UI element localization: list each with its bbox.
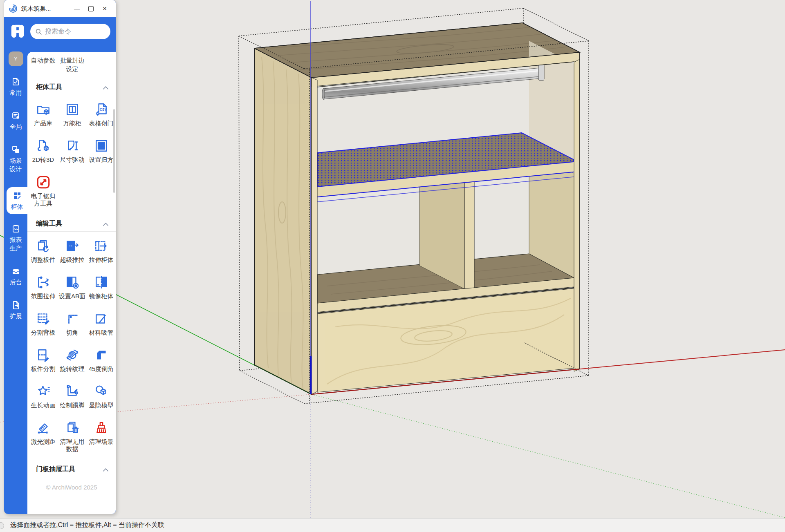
dimension-drive-icon — [65, 138, 80, 154]
search-input[interactable]: 搜索命令 — [30, 24, 110, 39]
tool-set-square[interactable]: 设置归方 — [87, 138, 116, 163]
chevron-up-icon[interactable] — [103, 220, 108, 228]
panel-header: 搜索命令 — [4, 17, 116, 46]
sidebar-item-common[interactable]: 常用 — [4, 77, 27, 97]
search-placeholder: 搜索命令 — [45, 27, 71, 36]
tool-label: 激光测距 — [29, 438, 57, 445]
draw-kick-icon — [65, 384, 80, 399]
split-backpanel-icon — [36, 311, 51, 326]
tool-show-hide-model[interactable]: 显隐模型 — [87, 384, 116, 409]
tool-label: 清理无用数据 — [58, 438, 86, 453]
tool-label: 2D转3D — [29, 156, 57, 163]
material-picker-icon — [94, 311, 109, 326]
adjust-panel-icon — [36, 238, 51, 254]
sidebar-item-extension[interactable]: 扩展 — [4, 300, 27, 320]
grow-animation-icon — [36, 384, 51, 399]
sidebar-item-label: 常用 — [10, 88, 22, 97]
tool-super-pushpull[interactable]: 超级推拉 — [58, 238, 87, 264]
tool-material-picker[interactable]: 材料吸管 — [87, 311, 116, 336]
set-ab-icon — [65, 275, 80, 290]
panel-split-icon — [36, 347, 51, 363]
left-stile-front-edge — [312, 78, 317, 394]
tool-set-ab[interactable]: 设置AB面 — [58, 275, 87, 300]
tool-label: 绘制踢脚 — [58, 402, 86, 409]
panel-titlebar[interactable]: 筑木筑巢... — ✕ — [4, 0, 116, 17]
tool-label: 超级推拉 — [58, 256, 86, 264]
chevron-up-icon[interactable] — [103, 466, 108, 473]
inbox-icon — [11, 266, 21, 278]
tool-mirror-cabinet[interactable]: 镜像柜体 — [87, 275, 116, 300]
tool-grow-animation[interactable]: 生长动画 — [29, 384, 58, 409]
tool-label: 拉伸柜体 — [87, 256, 115, 264]
tool-chamfer-45[interactable]: 45度倒角 — [87, 347, 116, 373]
sidebar-item-label: 场景设计 — [10, 156, 22, 173]
tool-label: 切角 — [58, 329, 86, 336]
sidebar-item-scene-design[interactable]: 场景设计 — [4, 145, 27, 173]
chevron-up-icon[interactable] — [103, 84, 108, 91]
section-header[interactable]: 门板抽屉工具 — [27, 461, 116, 477]
laser-measure-icon — [36, 420, 51, 436]
close-button[interactable]: ✕ — [98, 3, 112, 14]
app-logo-icon — [8, 4, 18, 13]
tool-label: 清理场景 — [87, 438, 115, 445]
csv-door-icon: CSV — [94, 102, 109, 117]
tool-product-library[interactable]: 产品库 — [29, 102, 58, 127]
tool-grid: 产品库万能柜CSV表格创门2D转3D尺寸驱动设置归方电子锯归方工具 — [27, 102, 116, 207]
tool-label: 镜像柜体 — [87, 293, 115, 300]
chamfer-45-icon — [94, 347, 109, 363]
tool-range-stretch[interactable]: 范围拉伸 — [29, 275, 58, 300]
tool-label-partial[interactable]: 自动参数 — [29, 56, 58, 73]
tool-esaw-square[interactable]: 电子锯归方工具 — [29, 174, 58, 207]
tool-label: 范围拉伸 — [29, 293, 57, 300]
tool-label: 设置归方 — [87, 156, 115, 163]
tool-two-d-three-d[interactable]: 2D转3D — [29, 138, 58, 163]
tool-clean-unused[interactable]: 清理无用数据 — [58, 420, 87, 453]
brand-logo-icon — [9, 23, 26, 40]
tool-adjust-panel[interactable]: 调整板件 — [29, 238, 58, 264]
universal-cabinet-icon — [65, 102, 80, 117]
tool-rotate-texture[interactable]: 旋转纹理 — [58, 347, 87, 373]
tool-csv-door[interactable]: CSV表格创门 — [87, 102, 116, 127]
sidebar-item-backend[interactable]: 后台 — [4, 266, 27, 286]
cabinet-divider-panel[interactable] — [464, 182, 474, 289]
tool-panel-split[interactable]: 板件分割 — [29, 347, 58, 373]
clean-unused-icon — [65, 420, 80, 436]
scrolled-tool-row: 自动参数批量封边设定 — [27, 56, 116, 73]
tool-label: 尺寸驱动 — [58, 156, 86, 163]
two-d-three-d-icon — [36, 138, 51, 154]
tool-dimension-drive[interactable]: 尺寸驱动 — [58, 138, 87, 163]
sidebar-item-cabinet[interactable]: 柜体 — [7, 187, 27, 214]
tool-stretch-cabinet[interactable]: 拉伸柜体 — [87, 238, 116, 264]
search-icon — [35, 28, 42, 35]
tool-label: 调整板件 — [29, 256, 57, 264]
section-divider — [27, 95, 116, 95]
sidebar-item-label: 后台 — [10, 278, 22, 286]
sidebar-item-global[interactable]: 全局 — [4, 111, 27, 131]
status-hint-text: 选择面推或者拉,Ctrl = 推拉板件,Alt = 当前操作不关联 — [10, 521, 164, 530]
sidebar: Y 常用全局场景设计柜体报表生产后台扩展 — [4, 46, 27, 514]
cut-corner-icon — [65, 311, 80, 326]
sidebar-item-label: 柜体 — [11, 202, 23, 211]
maximize-button[interactable] — [84, 3, 98, 14]
3d-viewport[interactable] — [0, 0, 785, 518]
clean-scene-icon — [94, 420, 109, 436]
tool-cut-corner[interactable]: 切角 — [58, 311, 87, 336]
sidebar-item-report[interactable]: 报表生产 — [4, 224, 27, 253]
section-header[interactable]: 柜体工具 — [27, 79, 116, 95]
minimize-button[interactable]: — — [70, 3, 84, 14]
panel-scrollbar[interactable] — [113, 109, 115, 193]
sidebar-item-label: 扩展 — [10, 312, 22, 320]
tool-universal-cabinet[interactable]: 万能柜 — [58, 102, 87, 127]
product-library-icon — [36, 102, 51, 117]
tool-label-partial[interactable]: 批量封边设定 — [58, 56, 87, 73]
cabinet-model[interactable] — [254, 23, 580, 394]
section-header[interactable]: 编辑工具 — [27, 215, 116, 231]
tool-label: 设置AB面 — [58, 293, 86, 300]
tool-clean-scene[interactable]: 清理场景 — [87, 420, 116, 453]
tool-label: 旋转纹理 — [58, 365, 86, 373]
tool-draw-kick[interactable]: 绘制踢脚 — [58, 384, 87, 409]
tool-split-backpanel[interactable]: 分割背板 — [29, 311, 58, 336]
avatar[interactable]: Y — [9, 51, 23, 66]
tool-laser-measure[interactable]: 激光测距 — [29, 420, 58, 453]
tool-label: 材料吸管 — [87, 329, 115, 336]
